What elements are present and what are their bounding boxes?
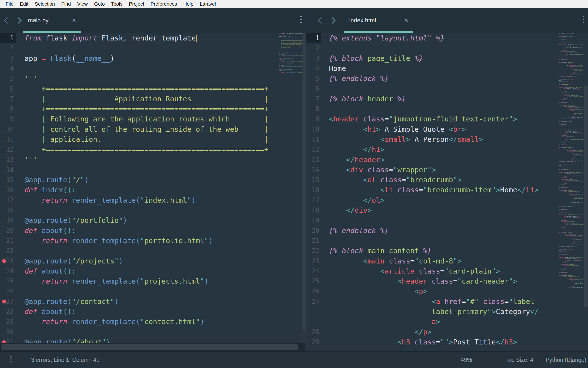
line-number: 16 — [0, 185, 16, 195]
code-line: 15 <ol class="breadcrumb"> — [306, 175, 588, 185]
pane-overflow-kebab-icon[interactable] — [300, 16, 302, 23]
code-line: 25 <header class="card-header"> — [306, 276, 588, 286]
code-line: 18 </div> — [306, 205, 588, 215]
line-number: 12 — [0, 145, 16, 155]
code-lines: 1{% extends "layout.html" %}23{% block p… — [306, 33, 588, 347]
code-text: label-primary">Category</ — [329, 307, 539, 317]
code-line: 6 +=====================================… — [0, 84, 306, 94]
code-text: <a href="#" class="label — [329, 297, 534, 307]
line-number: 26 — [0, 286, 16, 296]
code-text: +=======================================… — [25, 104, 268, 114]
syntax-selector[interactable]: Python (Django) — [546, 356, 586, 363]
workspace: main.py × 1from flask import Flask, rend… — [0, 8, 588, 351]
minimap[interactable]: {% extends "layout.html" %}{% block page… — [559, 33, 583, 303]
menu-item-tools[interactable]: Tools — [108, 1, 126, 7]
line-number: 29 — [306, 337, 321, 347]
vertical-scrollbar[interactable] — [584, 33, 588, 351]
line-number: 29 — [0, 317, 16, 327]
code-area[interactable]: 1from flask import Flask, render_templat… — [0, 33, 306, 351]
code-line: 23@app.route("/projects") — [0, 256, 306, 266]
line-number: 23 — [306, 256, 321, 266]
code-line: 26 <p> — [306, 286, 588, 296]
line-number: 24 — [306, 266, 321, 276]
menu-item-file[interactable]: File — [2, 1, 17, 7]
code-line: 8 +=====================================… — [0, 104, 306, 114]
tab-strip: main.py × — [0, 8, 306, 33]
menu-item-goto[interactable]: Goto — [91, 1, 108, 7]
chevron-left-icon[interactable] — [4, 17, 11, 24]
code-text: <ol class="breadcrumb"> — [329, 175, 462, 185]
chevron-right-icon[interactable] — [329, 17, 336, 24]
tab-size-indicator[interactable]: Tab Size: 4 — [505, 356, 533, 363]
code-text: +=======================================… — [25, 84, 268, 94]
code-text: | application. | — [25, 134, 268, 145]
menu-item-find[interactable]: Find — [58, 1, 74, 7]
menu-item-selection[interactable]: Selection — [32, 1, 58, 7]
code-text: return render_template("portfolio.html") — [25, 236, 213, 246]
horizontal-scrollbar[interactable] — [0, 343, 305, 351]
line-number: 30 — [0, 327, 16, 337]
code-line: 20{% endblock %} — [306, 226, 588, 236]
code-line: 27@app.route("/contact") — [0, 297, 306, 307]
code-text: ''' — [25, 74, 37, 84]
code-line: 27 <a href="#" class="label — [306, 297, 588, 307]
code-text: <main class="col-md-8"> — [329, 256, 462, 266]
tab-main-py[interactable]: main.py × — [23, 8, 81, 33]
tab-index-html[interactable]: index.html × — [344, 8, 413, 33]
code-line: 30 — [0, 327, 306, 337]
code-line: 22 — [0, 246, 306, 256]
tab-nav — [0, 18, 21, 23]
line-number: 27 — [306, 297, 321, 307]
line-number: 14 — [0, 165, 16, 175]
line-number — [306, 317, 321, 327]
code-line: 28 </p> — [306, 327, 588, 337]
code-text: @app.route("/portfolio") — [25, 215, 127, 225]
code-text: </p> — [329, 327, 432, 337]
pane-index-html: index.html × 1{% extends "layout.html" %… — [306, 8, 588, 351]
chevron-right-icon[interactable] — [15, 17, 22, 24]
line-number: 17 — [306, 195, 321, 205]
line-number: 11 — [306, 134, 321, 145]
code-line: 28def about(): — [0, 307, 306, 317]
code-line: 8 — [306, 104, 588, 114]
zoom-level[interactable]: 49% — [461, 356, 472, 363]
menu-item-project[interactable]: Project — [126, 1, 147, 7]
code-line: 12 +====================================… — [0, 145, 306, 155]
code-area[interactable]: 1{% extends "layout.html" %}23{% block p… — [306, 33, 588, 351]
close-icon[interactable]: × — [404, 17, 408, 24]
line-number: 2 — [0, 43, 16, 53]
line-number: 7 — [0, 94, 16, 104]
status-bar: 3 errors, Line 1, Column 41 49% Tab Size… — [0, 351, 588, 368]
code-line: 24def about(): — [0, 266, 306, 276]
menu-item-view[interactable]: View — [74, 1, 91, 7]
status-kebab-icon[interactable] — [10, 356, 12, 362]
code-line: 6 — [306, 84, 588, 94]
close-icon[interactable]: × — [72, 17, 76, 24]
menu-item-help[interactable]: Help — [180, 1, 197, 7]
code-text: <small> A Person</small> — [329, 134, 483, 145]
code-text: return render_template("contact.html") — [25, 317, 204, 327]
menu-item-edit[interactable]: Edit — [17, 1, 31, 7]
code-text: ''' — [25, 155, 37, 165]
line-number: 19 — [306, 215, 321, 225]
code-text: {% extends "layout.html" %} — [329, 33, 444, 43]
code-line: 19 — [306, 215, 588, 225]
scrollbar-thumb[interactable] — [1, 344, 298, 350]
line-number: 1 — [0, 33, 16, 43]
minimap[interactable]: from flask import Flask, render_template… — [279, 33, 303, 82]
scrollbar-thumb[interactable] — [584, 86, 588, 307]
code-text: </header> — [329, 155, 385, 165]
menu-item-laravel[interactable]: Laravel — [197, 1, 219, 7]
code-line: 20def about(): — [0, 226, 306, 236]
menu-item-preferences[interactable]: Preferences — [147, 1, 180, 7]
code-text: <article class="card-plain"> — [329, 266, 500, 276]
scrollbar-thumb[interactable] — [302, 33, 306, 330]
code-line: 15@app.route("/") — [0, 175, 306, 185]
line-number: 6 — [0, 84, 16, 94]
vertical-scrollbar[interactable] — [302, 33, 306, 342]
code-text: @app.route("/contact") — [25, 297, 119, 307]
code-line: 22{% block main_content %} — [306, 246, 588, 256]
code-text: @app.route("/projects") — [25, 256, 123, 266]
chevron-left-icon[interactable] — [318, 17, 325, 24]
pane-overflow-kebab-icon[interactable] — [583, 16, 584, 23]
